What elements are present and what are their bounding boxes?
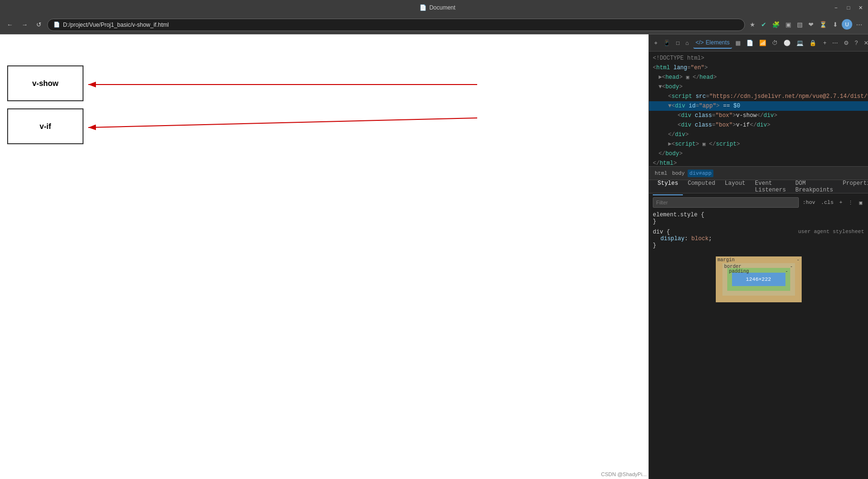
v-show-label: v-show bbox=[32, 79, 58, 88]
div-rule-close: } bbox=[653, 242, 864, 249]
script-app-line[interactable]: ►<script> ▣ </script> bbox=[649, 139, 868, 149]
toggle-sidebar-button[interactable]: ▣ bbox=[857, 199, 864, 207]
div-app-line[interactable]: ▼<div id="app"> == $0 bbox=[649, 101, 868, 111]
more-tabs-button[interactable]: ⋯ bbox=[830, 38, 840, 48]
element-style-selector: element.style { bbox=[653, 212, 864, 218]
profile-icon-btn[interactable]: U bbox=[842, 19, 852, 30]
elements-tab-button[interactable]: </> Elements bbox=[693, 37, 732, 49]
div-show-line[interactable]: <div class="box">v-show</div> bbox=[649, 111, 868, 120]
document-icon: 📄 bbox=[419, 4, 427, 11]
cls-toggle[interactable]: .cls bbox=[819, 199, 835, 207]
extensions-icon-btn[interactable]: 🧩 bbox=[770, 19, 782, 30]
devtools-toolbar: ⌖ 📱 □ ⌂ </> Elements ▦ 📄 📶 ⏱ ⚪ 💻 🔒 + ⋯ bbox=[649, 34, 868, 52]
check-icon-btn[interactable]: ✔ bbox=[759, 19, 768, 30]
computed-tab[interactable]: Computed bbox=[683, 178, 720, 195]
filter-bar: :hov .cls + ⋮ ▣ bbox=[653, 197, 864, 208]
layout-tab[interactable]: Layout bbox=[720, 178, 750, 195]
security-tab-button[interactable]: 🔒 bbox=[807, 38, 819, 48]
split-icon-btn[interactable]: ▧ bbox=[795, 19, 805, 30]
close-devtools-button[interactable]: ✕ bbox=[861, 38, 868, 48]
console-tab-button[interactable]: ▦ bbox=[733, 38, 743, 48]
help-button[interactable]: ? bbox=[852, 38, 860, 48]
performance-tab-button[interactable]: ⏱ bbox=[770, 38, 780, 48]
styles-content: :hov .cls + ⋮ ▣ element.style { } bbox=[649, 193, 868, 310]
padding-label: padding bbox=[729, 269, 749, 274]
close-button[interactable]: ✕ bbox=[858, 4, 864, 11]
elements-icon: </> bbox=[696, 39, 704, 46]
div-if-line[interactable]: <div class="box">v-if</div> bbox=[649, 120, 868, 130]
script-cdn-line[interactable]: <script src="https://cdn.jsdelivr.net/np… bbox=[649, 92, 868, 101]
reload-button[interactable]: ↺ bbox=[33, 19, 44, 30]
application-tab-button[interactable]: 💻 bbox=[794, 38, 806, 48]
v-if-box: v-if bbox=[7, 108, 84, 144]
div-selector-line: div { user agent stylesheet bbox=[653, 229, 864, 235]
properties-tab[interactable]: Properties bbox=[838, 178, 868, 195]
margin-label: margin bbox=[718, 257, 735, 263]
content-area: v-show v-if bbox=[0, 34, 868, 479]
back-button[interactable]: ← bbox=[4, 19, 16, 30]
bottom-tab-group: Styles Computed Layout Event Listeners D… bbox=[653, 178, 868, 195]
detach-button[interactable]: □ bbox=[674, 38, 682, 48]
maximize-button[interactable]: □ bbox=[845, 4, 852, 11]
minimize-button[interactable]: − bbox=[833, 4, 839, 11]
nav-bar: ← → ↺ 📄 D:/project/Vue/Proj1_basic/v-sho… bbox=[0, 15, 868, 34]
event-listeners-tab[interactable]: Event Listeners bbox=[750, 178, 791, 195]
div-rule: div { user agent stylesheet display: blo… bbox=[653, 229, 864, 249]
head-line[interactable]: ►<head> ▣ </head> bbox=[649, 73, 868, 82]
inspect-element-button[interactable]: ⌖ bbox=[652, 38, 660, 48]
html-tag-line[interactable]: <html lang="en"> bbox=[649, 63, 868, 73]
content-size: 1246×222 bbox=[746, 277, 771, 282]
add-tab-button[interactable]: + bbox=[821, 38, 829, 48]
box-model-area: margin - border - padding - 1246×222 bbox=[653, 253, 864, 306]
margin-value: - bbox=[796, 257, 799, 263]
doctype-line: <!DOCTYPE html> bbox=[649, 53, 868, 63]
breadcrumb-html[interactable]: html bbox=[653, 170, 669, 177]
bottom-tabs: Styles Computed Layout Event Listeners D… bbox=[649, 180, 868, 193]
downloads-icon-btn[interactable]: ⬇ bbox=[831, 19, 840, 30]
body-close-line[interactable]: </body> bbox=[649, 149, 868, 159]
bookmarks-icon-btn[interactable]: ★ bbox=[748, 19, 757, 30]
styles-tab[interactable]: Styles bbox=[653, 178, 683, 195]
devtools-panel: ⌖ 📱 □ ⌂ </> Elements ▦ 📄 📶 ⏱ ⚪ 💻 🔒 + ⋯ bbox=[648, 34, 868, 479]
address-bar[interactable]: 📄 D:/project/Vue/Proj1_basic/v-show_if.h… bbox=[47, 19, 745, 31]
sidebar-icon-btn[interactable]: ▣ bbox=[784, 19, 793, 30]
v-if-label: v-if bbox=[40, 122, 51, 131]
hov-toggle[interactable]: :hov bbox=[801, 199, 817, 207]
forward-button[interactable]: → bbox=[19, 19, 31, 30]
device-toggle-button[interactable]: 📱 bbox=[661, 38, 673, 48]
elements-label: Elements bbox=[706, 39, 730, 46]
settings-button[interactable]: ⚙ bbox=[841, 38, 851, 48]
v-show-box: v-show bbox=[7, 65, 84, 101]
history-icon-btn[interactable]: ⏳ bbox=[817, 19, 829, 30]
breadcrumb-div-app[interactable]: div#app bbox=[688, 170, 713, 177]
div-close-line[interactable]: </div> bbox=[649, 130, 868, 139]
dom-breakpoints-tab[interactable]: DOM Breakpoints bbox=[791, 178, 838, 195]
html-close-line[interactable]: </html> bbox=[649, 159, 868, 166]
more-styles-button[interactable]: ⋮ bbox=[846, 199, 855, 207]
breadcrumb-body[interactable]: body bbox=[670, 170, 686, 177]
box-model-padding: padding - 1246×222 bbox=[727, 268, 790, 291]
annotation-arrows bbox=[0, 34, 648, 479]
watermark: CSDN @ShadyPi... bbox=[601, 471, 647, 477]
box-model-border: border - padding - 1246×222 bbox=[722, 263, 795, 296]
add-style-button[interactable]: + bbox=[837, 199, 845, 207]
memory-tab-button[interactable]: ⚪ bbox=[781, 38, 793, 48]
sources-tab-button[interactable]: 📄 bbox=[744, 38, 756, 48]
user-agent-source: user agent stylesheet bbox=[798, 229, 864, 235]
file-icon: 📄 bbox=[53, 21, 60, 28]
div-display-property: display: block; bbox=[653, 235, 864, 242]
box-model-margin: margin - border - padding - 1246×222 bbox=[716, 256, 802, 302]
padding-value: - bbox=[785, 269, 788, 274]
filter-input[interactable] bbox=[653, 197, 799, 208]
more-button[interactable]: ⋯ bbox=[854, 19, 864, 30]
network-tab-button[interactable]: 📶 bbox=[757, 38, 769, 48]
filter-actions: :hov .cls + ⋮ ▣ bbox=[801, 199, 864, 207]
address-text: D:/project/Vue/Proj1_basic/v-show_if.htm… bbox=[63, 21, 169, 28]
element-style-rule: element.style { } bbox=[653, 212, 864, 225]
html-tree[interactable]: <!DOCTYPE html> <html lang="en"> ►<head>… bbox=[649, 52, 868, 166]
dock-bottom-button[interactable]: ⌂ bbox=[683, 38, 691, 48]
body-line[interactable]: ▼<body> bbox=[649, 82, 868, 92]
favorites-icon-btn[interactable]: ❤ bbox=[806, 19, 816, 30]
title-bar: 📄 Document − □ ✕ bbox=[0, 0, 868, 15]
bottom-panel: Styles Computed Layout Event Listeners D… bbox=[649, 180, 868, 304]
